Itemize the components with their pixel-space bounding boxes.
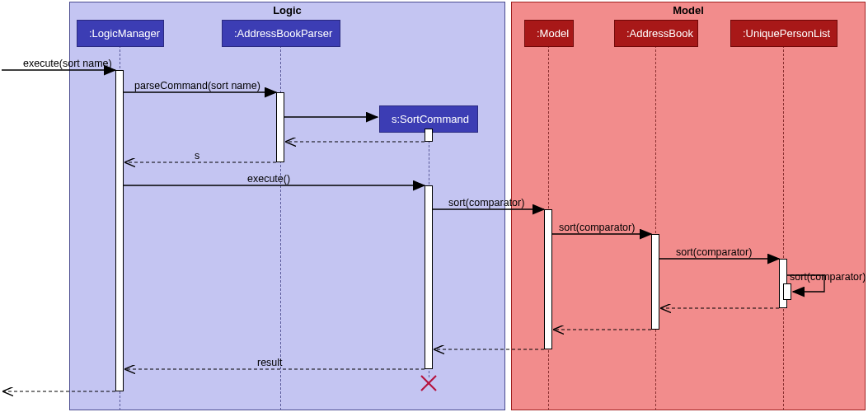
msg-sort-2: sort(comparator): [559, 222, 635, 233]
activation-sortcommand-1: [425, 129, 433, 142]
activation-uniquepersonlist-self: [783, 283, 791, 300]
participant-logicmanager: :LogicManager: [77, 20, 164, 47]
participant-addressbookparser: :AddressBookParser: [222, 20, 340, 47]
lifeline-addressbook: [655, 45, 656, 410]
activation-addressbookparser: [276, 92, 284, 162]
frame-model: Model: [511, 2, 866, 410]
lifeline-uniquepersonlist: [783, 45, 784, 410]
participant-logicmanager-label: :LogicManager: [89, 27, 160, 40]
frame-logic: Logic: [69, 2, 505, 410]
msg-result: result: [257, 357, 283, 368]
frame-logic-label: Logic: [273, 4, 302, 16]
msg-parsecommand: parseCommand(sort name): [134, 80, 260, 91]
participant-uniquepersonlist: :UniquePersonList: [730, 20, 838, 47]
frame-model-label: Model: [673, 4, 704, 16]
msg-sort-1: sort(comparator): [448, 197, 524, 208]
activation-logicmanager: [115, 70, 124, 391]
participant-uniquepersonlist-label: :UniquePersonList: [743, 27, 830, 40]
participant-model-label: :Model: [537, 27, 569, 40]
msg-return-s: s: [195, 150, 199, 162]
sequence-diagram: Logic Model :LogicManager :AddressBookPa…: [0, 0, 868, 412]
participant-model: :Model: [524, 20, 574, 47]
msg-execute: execute(): [247, 173, 290, 185]
participant-addressbook: :AddressBook: [614, 20, 698, 47]
activation-sortcommand-2: [425, 185, 433, 369]
msg-execute-sort-name: execute(sort name): [23, 58, 112, 69]
msg-sort-3: sort(comparator): [676, 246, 752, 258]
participant-addressbookparser-label: :AddressBookParser: [234, 27, 332, 40]
participant-sortcommand-label: s:SortCommand: [392, 113, 469, 125]
activation-model: [544, 209, 552, 349]
msg-sort-4: sort(comparator): [790, 271, 866, 283]
activation-addressbook: [651, 234, 659, 330]
participant-addressbook-label: :AddressBook: [626, 27, 693, 40]
